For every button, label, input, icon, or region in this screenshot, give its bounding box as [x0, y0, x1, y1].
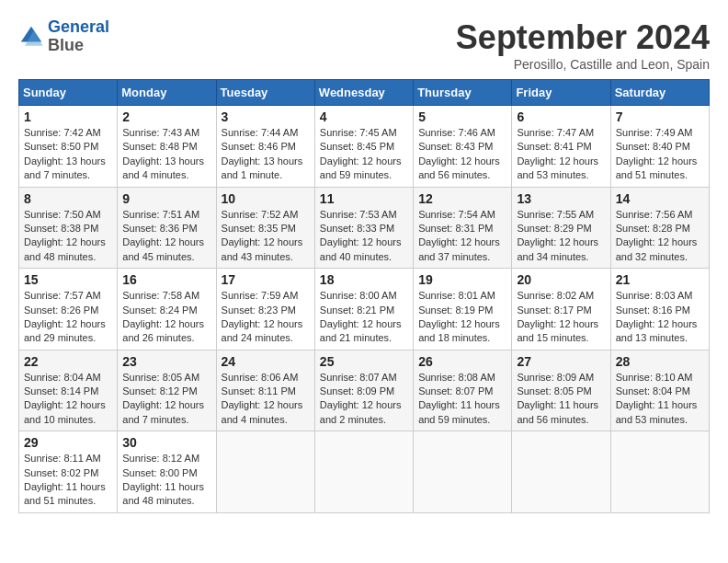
daylight-label: Daylight: 13 hours and 1 minute.: [222, 155, 303, 180]
logo-icon: [18, 24, 44, 50]
calendar-cell: 27 Sunrise: 8:09 AM Sunset: 8:05 PM Dayl…: [512, 350, 610, 431]
daylight-label: Daylight: 12 hours and 32 minutes.: [616, 236, 698, 261]
logo-text: General Blue: [48, 18, 109, 55]
day-number: 25: [320, 354, 408, 369]
calendar-cell: 18 Sunrise: 8:00 AM Sunset: 8:21 PM Dayl…: [314, 269, 413, 350]
daylight-label: Daylight: 12 hours and 48 minutes.: [24, 236, 106, 261]
day-number: 22: [24, 354, 112, 369]
sunrise-label: Sunrise: 7:56 AM: [616, 209, 693, 220]
sunset-label: Sunset: 8:05 PM: [517, 385, 591, 396]
sunset-label: Sunset: 8:24 PM: [122, 304, 197, 316]
day-info: Sunrise: 8:04 AM Sunset: 8:14 PM Dayligh…: [24, 371, 112, 428]
sunrise-label: Sunrise: 7:47 AM: [517, 127, 594, 138]
day-number: 8: [24, 191, 112, 206]
day-number: 15: [24, 272, 112, 287]
sunrise-label: Sunrise: 7:53 AM: [320, 209, 397, 220]
day-number: 4: [320, 109, 408, 124]
calendar-cell: 26 Sunrise: 8:08 AM Sunset: 8:07 PM Dayl…: [414, 350, 512, 431]
calendar-cell: 17 Sunrise: 7:59 AM Sunset: 8:23 PM Dayl…: [216, 269, 314, 350]
daylight-label: Daylight: 12 hours and 43 minutes.: [222, 236, 303, 261]
sunrise-label: Sunrise: 8:00 AM: [320, 290, 397, 301]
calendar-cell: 15 Sunrise: 7:57 AM Sunset: 8:26 PM Dayl…: [19, 269, 118, 350]
calendar-cell: 11 Sunrise: 7:53 AM Sunset: 8:33 PM Dayl…: [314, 187, 413, 269]
sunrise-label: Sunrise: 8:01 AM: [418, 290, 495, 301]
daylight-label: Daylight: 11 hours and 51 minutes.: [24, 481, 106, 506]
daylight-label: Daylight: 12 hours and 10 minutes.: [24, 399, 106, 424]
calendar-cell: 7 Sunrise: 7:49 AM Sunset: 8:40 PM Dayli…: [610, 106, 709, 188]
day-number: 20: [517, 272, 605, 287]
calendar-cell: 5 Sunrise: 7:46 AM Sunset: 8:43 PM Dayli…: [414, 106, 512, 188]
day-number: 18: [320, 272, 408, 287]
sunrise-label: Sunrise: 7:42 AM: [24, 127, 101, 138]
day-number: 21: [616, 272, 704, 287]
weekday-header-saturday: Saturday: [610, 80, 709, 106]
daylight-label: Daylight: 11 hours and 48 minutes.: [122, 481, 204, 506]
daylight-label: Daylight: 12 hours and 34 minutes.: [517, 236, 598, 261]
calendar-cell: 14 Sunrise: 7:56 AM Sunset: 8:28 PM Dayl…: [610, 187, 709, 269]
weekday-header-tuesday: Tuesday: [216, 80, 314, 106]
calendar-cell: 22 Sunrise: 8:04 AM Sunset: 8:14 PM Dayl…: [19, 350, 118, 431]
sunset-label: Sunset: 8:50 PM: [24, 141, 98, 152]
day-number: 16: [122, 272, 210, 287]
daylight-label: Daylight: 12 hours and 56 minutes.: [418, 155, 500, 180]
sunrise-label: Sunrise: 8:10 AM: [616, 372, 693, 383]
sunrise-label: Sunrise: 8:05 AM: [122, 372, 199, 383]
day-info: Sunrise: 7:44 AM Sunset: 8:46 PM Dayligh…: [222, 126, 310, 183]
day-info: Sunrise: 7:59 AM Sunset: 8:23 PM Dayligh…: [222, 289, 310, 346]
day-number: 24: [222, 354, 310, 369]
sunrise-label: Sunrise: 8:06 AM: [222, 372, 299, 383]
sunset-label: Sunset: 8:23 PM: [222, 304, 296, 316]
calendar-cell: 12 Sunrise: 7:54 AM Sunset: 8:31 PM Dayl…: [414, 187, 512, 269]
sunset-label: Sunset: 8:14 PM: [24, 385, 98, 396]
sunset-label: Sunset: 8:02 PM: [24, 467, 98, 478]
day-info: Sunrise: 7:43 AM Sunset: 8:48 PM Dayligh…: [122, 126, 210, 183]
day-info: Sunrise: 7:51 AM Sunset: 8:36 PM Dayligh…: [122, 208, 210, 265]
sunrise-label: Sunrise: 7:45 AM: [320, 127, 397, 138]
calendar-table: SundayMondayTuesdayWednesdayThursdayFrid…: [18, 79, 710, 513]
daylight-label: Daylight: 12 hours and 37 minutes.: [418, 236, 500, 261]
day-info: Sunrise: 7:55 AM Sunset: 8:29 PM Dayligh…: [517, 208, 605, 265]
sunset-label: Sunset: 8:33 PM: [320, 223, 394, 234]
sunrise-label: Sunrise: 7:57 AM: [24, 290, 101, 301]
daylight-label: Daylight: 12 hours and 2 minutes.: [320, 399, 402, 424]
sunset-label: Sunset: 8:45 PM: [320, 141, 394, 152]
daylight-label: Daylight: 12 hours and 45 minutes.: [122, 236, 204, 261]
daylight-label: Daylight: 12 hours and 29 minutes.: [24, 318, 106, 343]
sunset-label: Sunset: 8:31 PM: [418, 223, 493, 234]
day-info: Sunrise: 7:50 AM Sunset: 8:38 PM Dayligh…: [24, 208, 112, 265]
day-number: 17: [222, 272, 310, 287]
sunset-label: Sunset: 8:04 PM: [616, 385, 690, 396]
calendar-cell: 3 Sunrise: 7:44 AM Sunset: 8:46 PM Dayli…: [216, 106, 314, 188]
day-number: 12: [418, 191, 506, 206]
sunset-label: Sunset: 8:48 PM: [122, 141, 197, 152]
day-info: Sunrise: 8:09 AM Sunset: 8:05 PM Dayligh…: [517, 371, 605, 428]
calendar-cell: 23 Sunrise: 8:05 AM Sunset: 8:12 PM Dayl…: [118, 350, 216, 431]
daylight-label: Daylight: 12 hours and 59 minutes.: [320, 155, 402, 180]
calendar-cell: 4 Sunrise: 7:45 AM Sunset: 8:45 PM Dayli…: [314, 106, 413, 188]
weekday-header-friday: Friday: [512, 80, 610, 106]
sunrise-label: Sunrise: 7:44 AM: [222, 127, 299, 138]
day-info: Sunrise: 8:06 AM Sunset: 8:11 PM Dayligh…: [222, 371, 310, 428]
day-info: Sunrise: 7:58 AM Sunset: 8:24 PM Dayligh…: [122, 289, 210, 346]
sunrise-label: Sunrise: 8:04 AM: [24, 372, 101, 383]
sunrise-label: Sunrise: 8:12 AM: [122, 453, 199, 464]
location-subtitle: Perosillo, Castille and Leon, Spain: [456, 57, 710, 72]
sunset-label: Sunset: 8:11 PM: [222, 385, 296, 396]
calendar-cell: [610, 431, 709, 513]
sunrise-label: Sunrise: 8:03 AM: [616, 290, 693, 301]
calendar-cell: [512, 431, 610, 513]
daylight-label: Daylight: 13 hours and 7 minutes.: [24, 155, 106, 180]
day-info: Sunrise: 7:57 AM Sunset: 8:26 PM Dayligh…: [24, 289, 112, 346]
day-info: Sunrise: 8:03 AM Sunset: 8:16 PM Dayligh…: [616, 289, 704, 346]
sunrise-label: Sunrise: 7:43 AM: [122, 127, 199, 138]
calendar-cell: 6 Sunrise: 7:47 AM Sunset: 8:41 PM Dayli…: [512, 106, 610, 188]
calendar-cell: 1 Sunrise: 7:42 AM Sunset: 8:50 PM Dayli…: [19, 106, 118, 188]
calendar-week-row: 8 Sunrise: 7:50 AM Sunset: 8:38 PM Dayli…: [19, 187, 710, 269]
sunset-label: Sunset: 8:40 PM: [616, 141, 690, 152]
sunset-label: Sunset: 8:21 PM: [320, 304, 394, 316]
month-title: September 2024: [456, 18, 710, 57]
calendar-cell: 29 Sunrise: 8:11 AM Sunset: 8:02 PM Dayl…: [19, 431, 118, 513]
day-info: Sunrise: 8:10 AM Sunset: 8:04 PM Dayligh…: [616, 371, 704, 428]
sunset-label: Sunset: 8:07 PM: [418, 385, 493, 396]
sunset-label: Sunset: 8:35 PM: [222, 223, 296, 234]
